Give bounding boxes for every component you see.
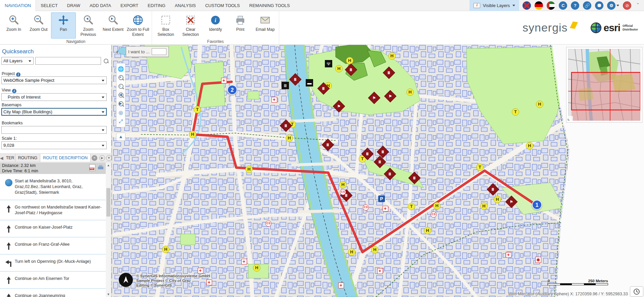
tab-routing[interactable]: ROUTING: [15, 154, 41, 162]
language-english-flag-icon[interactable]: [523, 1, 531, 10]
menu-tab-select[interactable]: SELECT: [36, 0, 62, 11]
route-stop-marker-2[interactable]: 2: [227, 85, 237, 95]
locate-target-icon[interactable]: ◎: [117, 108, 125, 117]
poi-cs-badge[interactable]: CS: [431, 212, 437, 218]
route-step[interactable]: Continue on Am Eisernen Tor: [0, 272, 106, 289]
i-want-to-widget[interactable]: I want to ...: [126, 46, 169, 57]
tab-ter[interactable]: TER: [3, 154, 15, 162]
scroll-down-icon[interactable]: ▼: [106, 292, 111, 297]
poi-pharmacy-cross[interactable]: +: [383, 206, 388, 212]
menu-tab-remaining-tools[interactable]: REMAINING TOOLS: [245, 0, 295, 11]
help-icon[interactable]: ?: [571, 1, 579, 10]
route-step[interactable]: Continue on Franz-Graf-Allee: [0, 237, 106, 254]
info-icon[interactable]: i: [12, 89, 16, 93]
route-step[interactable]: Go northwest on Mandellstraße toward Kai…: [0, 200, 106, 221]
poi-cs-badge[interactable]: CS: [363, 204, 369, 211]
project-select[interactable]: WebOffice Sample Project: [1, 76, 107, 84]
zoom-out-map-icon[interactable]: −: [117, 82, 125, 91]
logout-power-icon[interactable]: ⊘: [623, 1, 631, 10]
poi-hospital-badge[interactable]: H: [253, 264, 260, 272]
tabs-menu-icon[interactable]: ▼: [106, 155, 112, 161]
poi-hospital-badge[interactable]: H: [335, 65, 343, 72]
scale-select[interactable]: 9,028: [1, 141, 107, 149]
poi-star-badge[interactable]: ✱: [535, 257, 541, 263]
tabs-scroll-right-icon[interactable]: ▶: [99, 155, 105, 161]
view-select[interactable]: Points of Interest: [1, 93, 107, 101]
menu-tab-export[interactable]: EXPORT: [116, 0, 143, 11]
poi-hospital-badge[interactable]: H: [494, 196, 501, 203]
language-c-icon[interactable]: C: [559, 1, 567, 10]
poi-hospital-badge[interactable]: H: [286, 134, 293, 142]
poi-cs-badge[interactable]: CS: [265, 221, 271, 227]
poi-pharmacy-cross[interactable]: +: [221, 78, 227, 83]
pan-button[interactable]: Pan: [51, 12, 76, 39]
poi-transit-badge[interactable]: T: [408, 203, 415, 210]
language-arabic-flag-icon[interactable]: [547, 1, 555, 10]
print-route-icon[interactable]: [97, 164, 104, 170]
identify-button[interactable]: iIdentify: [203, 12, 228, 39]
route-step[interactable]: Continue on Joanneumring: [0, 289, 106, 297]
zoom-to-full-extent-button[interactable]: Zoom to Full Extent: [126, 12, 150, 39]
route-step[interactable]: Continue on Kaiser-Josef-Platz: [0, 220, 106, 237]
poi-hotel-icon[interactable]: ▬: [306, 79, 313, 86]
poi-pharmacy-cross[interactable]: +: [198, 268, 203, 274]
poi-pharmacy-cross[interactable]: +: [271, 97, 277, 103]
poi-transit-badge[interactable]: T: [194, 106, 201, 113]
route-step[interactable]: Turn left on Opernring (Dr.-Muck-Anlage): [0, 254, 106, 272]
zoom-previous-map-icon[interactable]: ◀: [117, 91, 125, 100]
zoom-in-button[interactable]: Zoom In: [1, 12, 26, 39]
menu-tab-editing[interactable]: EDITING: [143, 0, 170, 11]
poi-hospital-badge[interactable]: H: [388, 52, 396, 60]
menu-tab-draw[interactable]: DRAW: [62, 0, 85, 11]
search-icon[interactable]: [103, 58, 109, 64]
overview-resize-handle[interactable]: ⌞: [567, 116, 573, 121]
poi-hospital-badge[interactable]: H: [346, 57, 353, 64]
collapse-toolbar-icon[interactable]: ˆ: [635, 3, 641, 8]
poi-hospital-badge[interactable]: H: [406, 88, 414, 96]
poi-transit-badge[interactable]: T: [512, 108, 519, 116]
poi-pharmacy-cross[interactable]: +: [377, 268, 383, 274]
poi-hospital-badge[interactable]: H: [189, 131, 196, 138]
sidebar-scrollbar[interactable]: ▲ ▼: [106, 163, 111, 297]
scroll-up-icon[interactable]: ▲: [106, 163, 111, 168]
box-selection-button[interactable]: Box Selection: [153, 12, 178, 39]
save-icon[interactable]: ⛃: [595, 1, 603, 10]
poi-pharmacy-cross[interactable]: +: [241, 259, 247, 264]
poi-hospital-badge[interactable]: H: [339, 181, 347, 188]
overview-globe-icon[interactable]: 🌐: [117, 65, 125, 73]
route-step[interactable]: Start at Mandellstraße 3, 8010, Graz,02.…: [0, 174, 106, 200]
quicksearch-scope-select[interactable]: All Layers: [1, 57, 34, 65]
menu-tab-add-data[interactable]: ADD DATA: [85, 0, 116, 11]
collapse-sidebar-icon[interactable]: ‹: [116, 48, 118, 55]
print-button[interactable]: Print: [228, 12, 253, 39]
next-extent-button[interactable]: Next Extent: [101, 12, 126, 39]
poi-hospital-badge[interactable]: H: [162, 246, 169, 253]
link-icon[interactable]: 🔗: [583, 1, 591, 10]
poi-hospital-badge[interactable]: H: [424, 227, 431, 234]
poi-pharmacy-cross[interactable]: +: [338, 283, 344, 288]
poi-parking-sign[interactable]: P: [378, 195, 385, 202]
route-stop-marker-1[interactable]: 1: [532, 200, 542, 210]
tabs-scroll-left-icon[interactable]: ◀: [0, 154, 3, 162]
zoom-out-button[interactable]: Zoom Out: [26, 12, 51, 39]
poi-museum-icon[interactable]: Ⅲ: [282, 82, 289, 89]
full-extent-expand-icon[interactable]: ⤢: [117, 117, 125, 126]
poi-pharmacy-cross[interactable]: +: [506, 252, 511, 258]
export-pdf-icon[interactable]: [89, 164, 95, 171]
quicksearch-input[interactable]: [35, 57, 101, 65]
poi-hospital-badge[interactable]: H: [526, 142, 533, 150]
bookmarks-select[interactable]: [1, 126, 107, 134]
poi-hospital-badge[interactable]: H: [536, 101, 543, 108]
close-tab-icon[interactable]: ✕: [92, 155, 97, 161]
poi-restaurant-icon[interactable]: Ψ: [325, 60, 332, 67]
poi-hospital-badge[interactable]: H: [348, 248, 355, 256]
basemap-select[interactable]: City Map (Blue Buildings): [1, 108, 107, 116]
clear-selection-button[interactable]: Clear Selection: [178, 12, 203, 39]
email-map-button[interactable]: Email Map: [253, 12, 278, 39]
zoom-in-map-icon[interactable]: +: [117, 73, 125, 82]
map-viewport[interactable]: THTHHTHTHHHHHHHHHHTHHTHHHⅢⅢⅢⅢⅢⅢⅢⅢⅢⅢⅢⅢⅢ⚑⚑…: [111, 45, 644, 297]
menu-tab-analysis[interactable]: ANALYSIS: [170, 0, 201, 11]
settings-button[interactable]: ⚙: [607, 1, 619, 10]
poi-cs-badge[interactable]: CS: [340, 189, 346, 195]
time-slider-button[interactable]: [630, 286, 643, 297]
